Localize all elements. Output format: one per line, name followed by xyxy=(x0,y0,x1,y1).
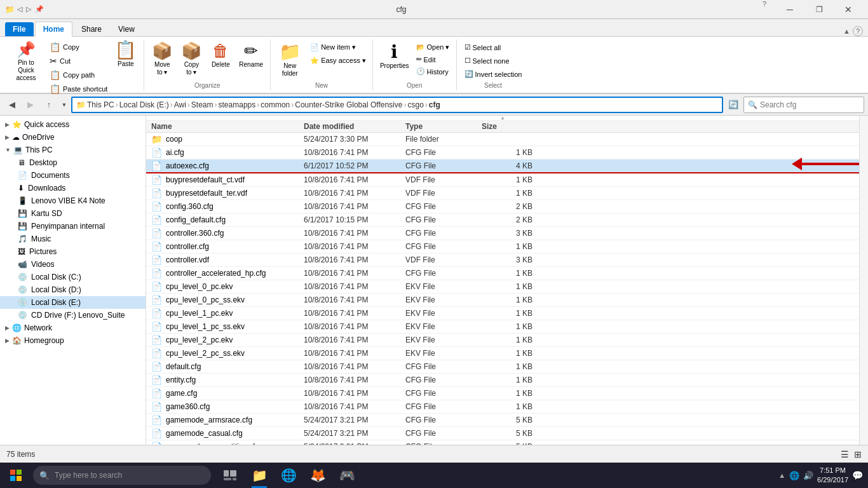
copy-button[interactable]: 📋 Copy xyxy=(47,41,110,53)
sidebar-item-quick-access[interactable]: ▶ ⭐ Quick access xyxy=(0,118,146,131)
close-button[interactable]: ✕ xyxy=(834,0,863,19)
minimize-button[interactable]: ─ xyxy=(775,0,804,19)
invert-selection-button[interactable]: 🔄 Invert selection xyxy=(461,69,526,79)
sidebar-item-pictures[interactable]: 🖼 Pictures xyxy=(0,245,146,258)
easy-access-button[interactable]: ⭐ Easy access ▾ xyxy=(308,55,369,66)
properties-button[interactable]: ℹ Properties xyxy=(377,39,412,71)
table-row[interactable]: 📄 controller.cfg 10/8/2016 7:41 PM CFG F… xyxy=(146,240,859,254)
refresh-button[interactable]: 🔄 xyxy=(725,97,742,113)
sidebar-item-local-e[interactable]: 💿 Local Disk (E:) xyxy=(0,296,146,309)
table-row[interactable]: 📄 entity.cfg 10/8/2016 7:41 PM CFG File … xyxy=(146,374,859,387)
col-header-size[interactable]: Size xyxy=(482,122,532,131)
table-row[interactable]: 📄 cpu_level_0_pc_ss.ekv 10/8/2016 7:41 P… xyxy=(146,294,859,307)
taskview-button[interactable] xyxy=(216,463,244,488)
table-row[interactable]: 📄 cpu_level_0_pc.ekv 10/8/2016 7:41 PM E… xyxy=(146,280,859,294)
tab-home[interactable]: Home xyxy=(35,22,72,37)
scrollbar-track[interactable] xyxy=(859,116,868,445)
pin-to-quick-access-button[interactable]: 📌 Pin to Quick access xyxy=(6,39,46,84)
search-bar[interactable]: 🔍 xyxy=(743,97,864,113)
table-row[interactable]: 📄 gamemode_armsrace.cfg 5/24/2017 3:21 P… xyxy=(146,414,859,427)
breadcrumb-csgo[interactable]: csgo xyxy=(407,100,423,109)
copy-path-button[interactable]: 📋 Copy path xyxy=(47,69,110,81)
sidebar-item-onedrive[interactable]: ▶ ☁ OneDrive xyxy=(0,131,146,144)
table-row[interactable]: 📄 buypresetdefault_ter.vdf 10/8/2016 7:4… xyxy=(146,187,859,200)
table-row[interactable]: 📄 game.cfg 10/8/2016 7:41 PM CFG File 1 … xyxy=(146,387,859,400)
ribbon-help-icon[interactable]: ? xyxy=(853,26,863,36)
sidebar-item-downloads[interactable]: ⬇ Downloads xyxy=(0,182,146,194)
delete-button[interactable]: 🗑 Delete xyxy=(207,39,234,70)
taskbar-firefox[interactable]: 🦊 xyxy=(304,463,332,488)
table-row[interactable]: 📄 default.cfg 10/8/2016 7:41 PM CFG File… xyxy=(146,360,859,374)
sidebar-item-local-c[interactable]: 💿 Local Disk (C:) xyxy=(0,271,146,283)
move-to-button[interactable]: 📦 Moveto ▾ xyxy=(148,39,176,78)
table-row[interactable]: 📁 coop 5/24/2017 3:30 PM File folder xyxy=(146,133,859,146)
cortana-search[interactable]: 🔍 Type here to search xyxy=(33,466,211,485)
taskbar-browser[interactable]: 🌐 xyxy=(275,463,302,488)
tab-share[interactable]: Share xyxy=(74,22,109,36)
table-row[interactable]: 📄 cpu_level_2_pc.ekv 10/8/2016 7:41 PM E… xyxy=(146,334,859,347)
table-row[interactable]: 📄 game360.cfg 10/8/2016 7:41 PM CFG File… xyxy=(146,400,859,414)
table-row[interactable]: 📄 autoexec.cfg 6/1/2017 10:52 PM CFG Fil… xyxy=(146,159,859,173)
table-row[interactable]: 📄 config_default.cfg 6/1/2017 10:15 PM C… xyxy=(146,214,859,227)
paste-button[interactable]: 📋 Paste xyxy=(111,39,140,69)
breadcrumb-csgo-full[interactable]: Counter-Strike Global Offensive xyxy=(295,100,402,109)
rename-button[interactable]: ✏ Rename xyxy=(236,39,266,70)
sidebar-item-cd-drive[interactable]: 💿 CD Drive (F:) Lenovo_Suite xyxy=(0,309,146,322)
list-view-icon[interactable]: ☰ xyxy=(841,449,849,459)
tab-view[interactable]: View xyxy=(111,22,142,36)
table-row[interactable]: 📄 gamemode_casual.cfg 5/24/2017 3:21 PM … xyxy=(146,427,859,440)
table-row[interactable]: 📄 controller_accelerated_hp.cfg 10/8/201… xyxy=(146,267,859,280)
edit-button[interactable]: ✏ Edit xyxy=(414,54,452,65)
sidebar-item-music[interactable]: 🎵 Music xyxy=(0,233,146,245)
up-button[interactable]: ↑ xyxy=(41,97,57,113)
breadcrumb-steam[interactable]: Steam xyxy=(191,100,214,109)
volume-tray-icon[interactable]: 🔊 xyxy=(803,471,813,480)
col-header-name[interactable]: Name xyxy=(151,122,304,131)
tab-file[interactable]: File xyxy=(5,22,34,36)
sidebar-item-kartu-sd[interactable]: 💾 Kartu SD xyxy=(0,207,146,220)
recent-locations-button[interactable]: ▼ xyxy=(59,97,69,113)
taskbar-game[interactable]: 🎮 xyxy=(333,463,361,488)
network-tray-icon[interactable]: 🌐 xyxy=(789,471,799,480)
breadcrumb-localdisk[interactable]: Local Disk (E:) xyxy=(119,100,169,109)
sidebar-item-lenovo[interactable]: 📱 Lenovo VIBE K4 Note xyxy=(0,194,146,207)
open-button[interactable]: 📂 Open ▾ xyxy=(414,42,452,53)
cut-button[interactable]: ✂ Cut xyxy=(47,55,110,67)
sidebar-item-desktop[interactable]: 🖥 Desktop xyxy=(0,156,146,169)
grid-view-icon[interactable]: ⊞ xyxy=(854,449,862,459)
breadcrumb-steamapps[interactable]: steamapps xyxy=(219,100,256,109)
notification-icon[interactable]: 💬 xyxy=(852,470,863,480)
table-row[interactable]: 📄 controller.360.cfg 10/8/2016 7:41 PM C… xyxy=(146,227,859,240)
table-row[interactable]: 📄 config.360.cfg 10/8/2016 7:41 PM CFG F… xyxy=(146,200,859,214)
select-none-button[interactable]: ☐ Select none xyxy=(461,55,526,66)
back-button[interactable]: ◀ xyxy=(4,97,20,113)
sidebar-item-documents[interactable]: 📄 Documents xyxy=(0,169,146,182)
table-row[interactable]: 📄 controller.vdf 10/8/2016 7:41 PM VDF F… xyxy=(146,254,859,267)
sidebar-item-network[interactable]: ▶ 🌐 Network xyxy=(0,322,146,334)
help-icon[interactable]: ? xyxy=(759,0,770,19)
address-bar[interactable]: 📁 This PC › Local Disk (E:) › Awi › Stea… xyxy=(71,97,723,113)
breadcrumb-cfg[interactable]: cfg xyxy=(429,100,440,109)
search-input[interactable] xyxy=(760,100,860,109)
sidebar-item-homegroup[interactable]: ▶ 🏠 Homegroup xyxy=(0,334,146,347)
table-row[interactable]: 📄 cpu_level_1_pc.ekv 10/8/2016 7:41 PM E… xyxy=(146,307,859,320)
select-all-button[interactable]: ☑ Select all xyxy=(461,42,526,53)
sidebar-item-local-d[interactable]: 💿 Local Disk (D:) xyxy=(0,283,146,296)
col-header-date[interactable]: Date modified xyxy=(304,122,405,131)
ribbon-collapse-icon[interactable]: ▲ xyxy=(843,27,850,35)
table-row[interactable]: 📄 cpu_level_2_pc_ss.ekv 10/8/2016 7:41 P… xyxy=(146,347,859,360)
sidebar-item-this-pc[interactable]: ▼ 💻 This PC xyxy=(0,144,146,156)
start-button[interactable] xyxy=(0,463,32,488)
new-folder-button[interactable]: 📁 Newfolder xyxy=(275,39,305,79)
table-row[interactable]: 📄 gamemode_competitive.cfg 5/24/2017 3:2… xyxy=(146,440,859,445)
history-button[interactable]: 🕐 History xyxy=(414,66,452,77)
table-row[interactable]: 📄 cpu_level_1_pc_ss.ekv 10/8/2016 7:41 P… xyxy=(146,320,859,334)
clock-display[interactable]: 7:51 PM 6/29/2017 xyxy=(817,466,848,485)
breadcrumb-common[interactable]: common xyxy=(261,100,290,109)
breadcrumb-thispc[interactable]: This PC xyxy=(87,100,114,109)
sidebar-item-videos[interactable]: 📹 Videos xyxy=(0,258,146,271)
forward-button[interactable]: ▶ xyxy=(22,97,39,113)
restore-button[interactable]: ❐ xyxy=(804,0,834,19)
sidebar-item-penyimpanan[interactable]: 💾 Penyimpanan internal xyxy=(0,220,146,233)
copy-to-button[interactable]: 📦 Copyto ▾ xyxy=(177,39,205,78)
